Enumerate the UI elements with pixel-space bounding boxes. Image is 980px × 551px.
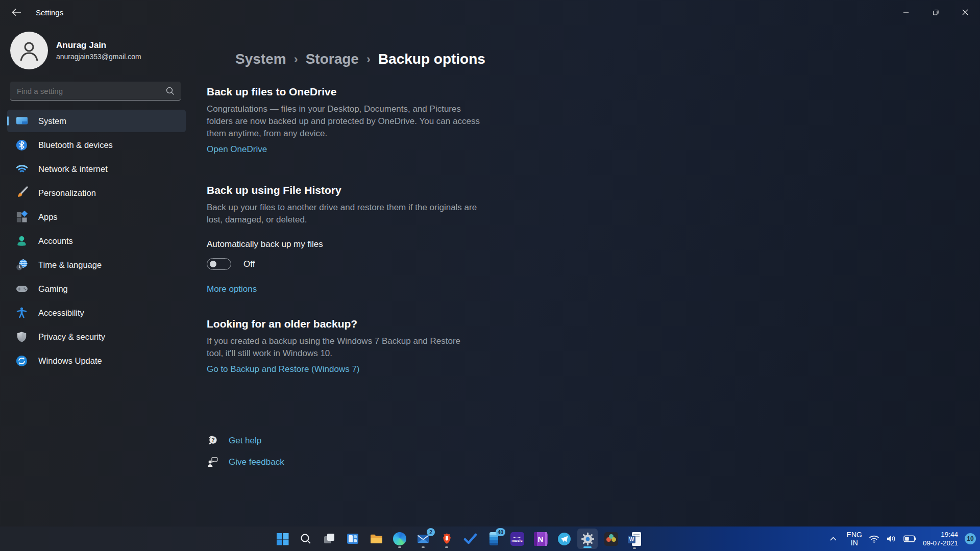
restore-button[interactable] xyxy=(921,0,950,24)
sidebar-item-bluetooth-devices[interactable]: Bluetooth & devices xyxy=(7,134,186,156)
mail-button[interactable]: 2 xyxy=(413,529,433,549)
give-feedback-row[interactable]: Give feedback xyxy=(207,456,980,468)
file-explorer-button[interactable] xyxy=(366,529,386,549)
breadcrumb-storage[interactable]: Storage xyxy=(306,51,359,67)
sidebar-item-label: Privacy & security xyxy=(38,332,105,342)
davinci-resolve-button[interactable] xyxy=(601,529,621,549)
sidebar-item-network-internet[interactable]: Network & internet xyxy=(7,158,186,180)
section-file-history: Back up using File History Back up your … xyxy=(207,184,980,294)
sidebar-item-time-language[interactable]: Time & language xyxy=(7,254,186,276)
sidebar-item-label: Personalization xyxy=(38,188,96,198)
system-tray: ENGIN 19:44 09-07-2021 10 xyxy=(829,527,976,551)
sidebar-item-privacy-security[interactable]: Privacy & security xyxy=(7,325,186,348)
back-button[interactable] xyxy=(6,3,27,21)
widgets-button[interactable] xyxy=(342,529,363,549)
wifi-icon[interactable] xyxy=(869,535,879,543)
amazon-music-icon: music xyxy=(510,532,524,546)
sidebar-nav: System Bluetooth & devices Network & int… xyxy=(0,110,194,372)
sidebar-item-apps[interactable]: Apps xyxy=(7,206,186,228)
taskbar-search-button[interactable] xyxy=(296,529,316,549)
page-title: Backup options xyxy=(378,51,485,67)
system-icon xyxy=(15,114,29,128)
task-view-icon xyxy=(323,532,336,545)
close-button[interactable] xyxy=(950,0,980,24)
minimize-button[interactable] xyxy=(891,0,921,24)
volume-icon[interactable] xyxy=(886,534,897,543)
backup-restore-win7-link[interactable]: Go to Backup and Restore (Windows 7) xyxy=(207,364,360,374)
notification-count-badge[interactable]: 10 xyxy=(965,533,976,544)
restore-icon xyxy=(932,9,939,16)
onenote-button[interactable]: N xyxy=(530,529,551,549)
task-view-button[interactable] xyxy=(319,529,339,549)
gaming-icon xyxy=(15,282,29,296)
sidebar-item-label: Windows Update xyxy=(38,356,102,366)
toggle-knob xyxy=(210,261,216,267)
sidebar-item-personalization[interactable]: Personalization xyxy=(7,182,186,204)
mail-badge: 2 xyxy=(427,528,435,536)
onedrive-section-title: Back up files to OneDrive xyxy=(207,86,980,98)
more-options-link[interactable]: More options xyxy=(207,284,257,294)
widgets-icon xyxy=(346,532,359,545)
older-backup-section-body: If you created a backup using the Window… xyxy=(207,335,477,360)
profile-name: Anurag Jain xyxy=(56,40,141,51)
running-indicator xyxy=(633,547,636,549)
chevron-up-icon xyxy=(829,536,837,541)
file-explorer-icon xyxy=(370,532,383,546)
language-indicator[interactable]: ENGIN xyxy=(847,531,862,547)
minimize-icon xyxy=(903,9,909,15)
sidebar-item-label: Apps xyxy=(38,212,58,222)
davinci-resolve-icon xyxy=(604,532,618,546)
brave-button[interactable] xyxy=(436,529,457,549)
give-feedback-link[interactable]: Give feedback xyxy=(229,457,284,467)
tray-overflow-button[interactable] xyxy=(829,534,837,543)
windows-update-icon xyxy=(15,354,29,368)
file-history-section-body: Back up your files to another drive and … xyxy=(207,202,493,226)
clock[interactable]: 19:44 09-07-2021 xyxy=(923,530,958,547)
sidebar-item-gaming[interactable]: Gaming xyxy=(7,278,186,300)
app-with-badge-40-button[interactable]: 40 xyxy=(483,529,504,549)
auto-backup-toggle[interactable] xyxy=(207,258,231,270)
amazon-music-button[interactable]: music xyxy=(507,529,527,549)
back-arrow-icon xyxy=(12,8,21,16)
sidebar-item-label: Network & internet xyxy=(38,164,108,174)
running-indicator xyxy=(445,546,448,548)
help-bubble-icon: ? xyxy=(207,435,218,446)
telegram-icon xyxy=(557,532,571,546)
time-language-icon xyxy=(15,258,29,272)
tray-date: 09-07-2021 xyxy=(923,539,958,547)
todo-button[interactable] xyxy=(460,529,480,549)
running-indicator xyxy=(398,546,401,548)
personalization-icon xyxy=(15,186,29,200)
bluetooth-icon xyxy=(15,138,29,152)
open-onedrive-link[interactable]: Open OneDrive xyxy=(207,144,267,155)
sidebar-item-accounts[interactable]: Accounts xyxy=(7,230,186,252)
taskbar: 2 40 music xyxy=(0,527,980,551)
toggle-state-label: Off xyxy=(243,259,255,269)
get-help-row[interactable]: ? Get help xyxy=(207,435,980,446)
edge-button[interactable] xyxy=(389,529,410,549)
sidebar-item-system[interactable]: System xyxy=(7,110,186,132)
sidebar-item-windows-update[interactable]: Windows Update xyxy=(7,349,186,372)
sidebar-item-accessibility[interactable]: Accessibility xyxy=(7,302,186,324)
telegram-button[interactable] xyxy=(554,529,574,549)
windows-logo-icon xyxy=(276,533,289,545)
main-panel: System › Storage › Backup options Back u… xyxy=(194,24,980,527)
close-icon xyxy=(962,9,968,15)
breadcrumb-system[interactable]: System xyxy=(235,51,286,67)
start-button[interactable] xyxy=(272,529,292,549)
settings-app-button[interactable] xyxy=(577,529,598,549)
section-older-backup: Looking for an older backup? If you crea… xyxy=(207,318,980,374)
section-onedrive: Back up files to OneDrive Congratulation… xyxy=(207,86,980,155)
apps-icon xyxy=(15,210,29,224)
battery-icon[interactable] xyxy=(903,535,916,542)
avatar xyxy=(10,32,48,69)
onenote-icon: N xyxy=(534,532,548,546)
brave-icon xyxy=(440,532,453,545)
get-help-link[interactable]: Get help xyxy=(229,436,261,446)
account-profile[interactable]: Anurag Jain anuragjain353@gmail.com xyxy=(10,32,194,69)
app-badge: 40 xyxy=(496,528,505,536)
search-icon xyxy=(165,86,175,95)
word-button[interactable]: W xyxy=(624,529,645,549)
search-input[interactable] xyxy=(10,82,181,101)
window-title: Settings xyxy=(36,8,63,17)
